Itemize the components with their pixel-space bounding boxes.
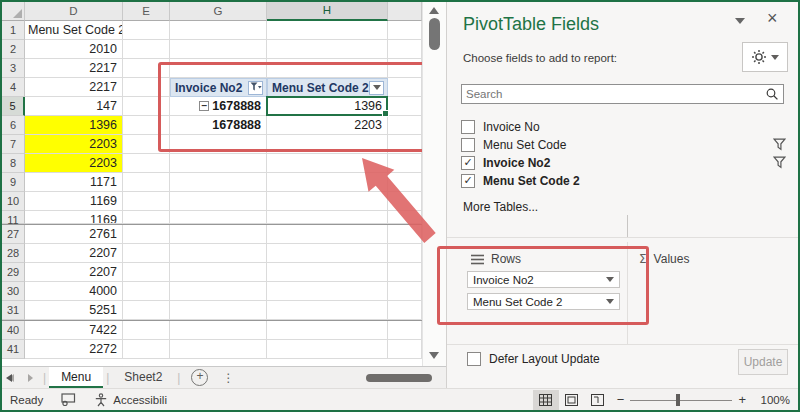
cell-G29[interactable] <box>170 263 267 282</box>
macro-record-icon[interactable] <box>61 393 76 406</box>
rows-field-pill-1[interactable]: Invoice No2 <box>467 271 620 288</box>
cell-H27[interactable] <box>267 225 388 244</box>
cell-G31[interactable] <box>170 301 267 320</box>
cell-D28[interactable]: 2207 <box>25 244 123 263</box>
cell-G1[interactable] <box>170 21 267 40</box>
cell-E10[interactable] <box>123 192 170 211</box>
cell-G2[interactable] <box>170 40 267 59</box>
row-header-3[interactable]: 3 <box>2 59 25 78</box>
cell-D31[interactable]: 5251 <box>25 301 123 320</box>
cell-E41[interactable] <box>123 340 170 359</box>
close-icon[interactable]: × <box>767 8 778 29</box>
row-header-29[interactable]: 29 <box>2 263 25 282</box>
vertical-scrollbar[interactable] <box>422 2 446 366</box>
tabbar-more-icon[interactable]: ⋮ <box>222 371 234 385</box>
pivot-dropdown-button[interactable] <box>369 81 384 95</box>
column-header-H[interactable]: H <box>267 2 388 21</box>
row-header-28[interactable]: 28 <box>2 244 25 263</box>
cell-D27[interactable]: 2761 <box>25 225 123 244</box>
cell-X31[interactable] <box>388 301 422 320</box>
field-item-invoice-no[interactable]: Invoice No <box>461 118 786 136</box>
cell-D8[interactable]: 2203 <box>25 154 123 173</box>
field-checkbox[interactable] <box>461 138 475 152</box>
search-input[interactable] <box>462 88 765 100</box>
column-header-D[interactable]: D <box>25 2 123 21</box>
cell-X6[interactable] <box>388 116 422 135</box>
collapse-button[interactable]: − <box>199 101 209 111</box>
cell-E5[interactable] <box>123 97 170 116</box>
page-layout-view-button[interactable] <box>559 390 585 410</box>
new-sheet-button[interactable]: + <box>191 369 208 386</box>
cell-H31[interactable] <box>267 301 388 320</box>
cell-G3[interactable] <box>170 59 267 78</box>
zoom-out-button[interactable]: − <box>611 392 631 407</box>
scrollbar-thumb[interactable] <box>429 18 440 50</box>
row-header-41[interactable]: 41 <box>2 340 25 359</box>
hscroll-thumb[interactable] <box>366 374 432 382</box>
row-header-4[interactable]: 4 <box>2 78 25 97</box>
cell-X5[interactable] <box>388 97 422 116</box>
row-header-9[interactable]: 9 <box>2 173 25 192</box>
pivot-filter-button[interactable] <box>248 81 263 95</box>
cell-X8[interactable] <box>388 154 422 173</box>
tools-gear-button[interactable] <box>742 42 788 72</box>
cell-G7[interactable] <box>170 135 267 154</box>
cell-H3[interactable] <box>267 59 388 78</box>
cell-X28[interactable] <box>388 244 422 263</box>
cell-H29[interactable] <box>267 263 388 282</box>
cell-D1[interactable]: Menu Set Code 2 <box>25 21 123 40</box>
pivot-cell-invoice-2[interactable]: 1678888 <box>170 116 267 135</box>
cell-D5[interactable]: 147 <box>25 97 123 116</box>
cell-G28[interactable] <box>170 244 267 263</box>
cell-H30[interactable] <box>267 282 388 301</box>
zoom-slider[interactable] <box>630 390 732 410</box>
cell-D9[interactable]: 1171 <box>25 173 123 192</box>
cell-E40[interactable] <box>123 321 170 340</box>
cell-X30[interactable] <box>388 282 422 301</box>
cell-E11[interactable] <box>123 211 170 224</box>
field-checkbox[interactable]: ✓ <box>461 156 475 170</box>
cell-E1[interactable] <box>123 21 170 40</box>
worksheet-grid[interactable]: DEGH 1Menu Set Code 22201032217422175147… <box>2 2 422 366</box>
defer-checkbox[interactable] <box>467 352 481 366</box>
sheet-tab-menu[interactable]: Menu <box>49 367 103 388</box>
cell-G10[interactable] <box>170 192 267 211</box>
cell-X11[interactable] <box>388 211 422 224</box>
cell-H11[interactable] <box>267 211 388 224</box>
zoom-in-button[interactable]: + <box>732 392 752 407</box>
normal-view-button[interactable] <box>533 390 559 410</box>
cell-D41[interactable]: 2272 <box>25 340 123 359</box>
rows-field-pill-2[interactable]: Menu Set Code 2 <box>467 293 620 310</box>
cell-H9[interactable] <box>267 173 388 192</box>
cell-X4[interactable] <box>388 78 422 97</box>
row-header-27[interactable]: 27 <box>2 225 25 244</box>
cell-H40[interactable] <box>267 321 388 340</box>
field-item-menu-set-code[interactable]: Menu Set Code <box>461 136 786 154</box>
cell-E6[interactable] <box>123 116 170 135</box>
pane-options-chevron-icon[interactable] <box>735 18 745 24</box>
row-header-11[interactable]: 11 <box>2 211 25 224</box>
row-header-2[interactable]: 2 <box>2 40 25 59</box>
field-filter-icon[interactable] <box>773 156 786 172</box>
cell-H7[interactable] <box>267 135 388 154</box>
cell-X9[interactable] <box>388 173 422 192</box>
row-header-1[interactable]: 1 <box>2 21 25 40</box>
cell-H2[interactable] <box>267 40 388 59</box>
hscroll-left-arrow[interactable] <box>6 374 12 382</box>
cell-H10[interactable] <box>267 192 388 211</box>
row-header-40[interactable]: 40 <box>2 321 25 340</box>
cell-D40[interactable]: 7422 <box>25 321 123 340</box>
pivot-cell-code-2[interactable]: 2203 <box>267 116 388 135</box>
more-tables-link[interactable]: More Tables... <box>463 200 538 214</box>
field-filter-icon[interactable] <box>773 138 786 154</box>
column-header-G[interactable]: G <box>170 2 267 21</box>
cell-D4[interactable]: 2217 <box>25 78 123 97</box>
cell-H8[interactable] <box>267 154 388 173</box>
field-item-menu-set-code-2[interactable]: ✓Menu Set Code 2 <box>461 172 786 190</box>
cell-X27[interactable] <box>388 225 422 244</box>
cell-E29[interactable] <box>123 263 170 282</box>
pivot-cell-invoice-1[interactable]: −1678888 <box>170 97 267 116</box>
zoom-level-label[interactable]: 100% <box>756 394 790 406</box>
zoom-slider-thumb[interactable] <box>676 394 680 406</box>
cell-H28[interactable] <box>267 244 388 263</box>
